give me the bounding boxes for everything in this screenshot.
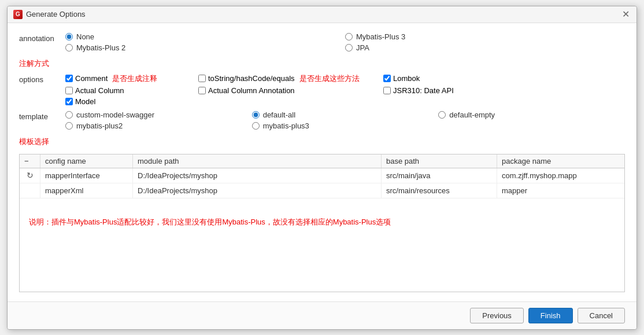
row-module-path-1: D:/IdeaProjects/myshop xyxy=(133,168,382,183)
col-package-name: package name xyxy=(497,154,624,168)
cancel-button[interactable]: Cancel xyxy=(578,308,625,323)
option-actual-column[interactable]: Actual Column xyxy=(65,86,198,95)
radio-default-empty-label: default-empty xyxy=(449,111,495,119)
row-package-name-1: com.zjff.myshop.mapp xyxy=(497,168,624,183)
dialog-title: Generate Options xyxy=(26,10,86,19)
dialog-icon: G xyxy=(13,10,23,19)
option-lombok-label: Lombok xyxy=(393,74,420,83)
annotation-label-cn: 注解方式 xyxy=(19,57,65,69)
row-base-path-2: src/main/resources xyxy=(382,183,497,198)
radio-mybatis-plus-2-label: Mybatis-Plus 2 xyxy=(76,43,125,52)
radio-mybatis-plus-2[interactable]: Mybatis-Plus 2 xyxy=(65,43,345,52)
template-label-cn: 模板选择 xyxy=(19,135,65,147)
generate-options-dialog: G Generate Options ✕ annotation None Myb… xyxy=(7,6,637,330)
option-model-label: Model xyxy=(75,97,95,106)
row-config-name-1: mapperInterface xyxy=(40,168,133,183)
annotation-label: annotation xyxy=(19,32,65,43)
table-row[interactable]: ↻ mapperInterface D:/IdeaProjects/myshop… xyxy=(20,168,624,183)
title-bar-left: G Generate Options xyxy=(13,10,86,19)
radio-mybatis-plus3[interactable]: mybatis-plus3 xyxy=(252,122,439,130)
option-jsr310-label: JSR310: Date API xyxy=(393,86,454,95)
option-actual-column-label: Actual Column xyxy=(75,86,124,95)
title-bar: G Generate Options ✕ xyxy=(8,6,636,23)
template-section: template custom-model-swagger default-al… xyxy=(19,111,625,130)
previous-button[interactable]: Previous xyxy=(470,308,524,323)
radio-default-empty[interactable]: default-empty xyxy=(438,111,625,119)
option-comment-hint: 是否生成注释 xyxy=(112,73,157,84)
option-jsr310[interactable]: JSR310: Date API xyxy=(383,86,625,95)
col-config-name: config name xyxy=(40,154,133,168)
table-body: ↻ mapperInterface D:/IdeaProjects/myshop… xyxy=(20,168,624,234)
row-base-path-1: src/main/java xyxy=(382,168,497,183)
finish-button[interactable]: Finish xyxy=(528,308,573,323)
option-actual-column-annotation[interactable]: Actual Column Annotation xyxy=(198,86,383,95)
table-note: 说明：插件与Mybatis-Plus适配比较好，我们这里没有使用Mybatis-… xyxy=(20,210,624,234)
col-module-path: module path xyxy=(133,154,382,168)
options-section: options Comment 是否生成注释 toString/hashCode… xyxy=(19,73,625,106)
close-button[interactable]: ✕ xyxy=(621,10,631,19)
radio-default-all[interactable]: default-all xyxy=(252,111,439,119)
option-tostring[interactable]: toString/hashCode/equals 是否生成这些方法 xyxy=(198,73,383,84)
config-table: − config name module path base path pack… xyxy=(19,154,625,292)
radio-custom-model-swagger[interactable]: custom-model-swagger xyxy=(65,111,252,119)
template-label: template xyxy=(19,111,65,121)
option-actual-column-annotation-label: Actual Column Annotation xyxy=(208,86,295,95)
option-tostring-hint: 是否生成这些方法 xyxy=(299,73,360,84)
radio-mybatis-plus3-label: mybatis-plus3 xyxy=(263,122,309,130)
radio-none-label: None xyxy=(76,32,94,41)
template-cn-row: 模板选择 xyxy=(19,135,625,147)
option-comment-label: Comment xyxy=(75,74,108,83)
radio-custom-model-swagger-label: custom-model-swagger xyxy=(76,111,154,119)
radio-jpa[interactable]: JPA xyxy=(345,43,625,52)
table-row[interactable]: mapperXml D:/IdeaProjects/myshop src/mai… xyxy=(20,183,624,198)
radio-default-all-label: default-all xyxy=(263,111,295,119)
annotation-cn-row: 注解方式 xyxy=(19,57,625,69)
row-module-path-2: D:/IdeaProjects/myshop xyxy=(133,183,382,198)
radio-mybatis-plus-3-label: Mybatis-Plus 3 xyxy=(356,32,405,41)
row-package-name-2: mapper xyxy=(497,183,624,198)
row-action-1[interactable]: ↻ xyxy=(20,168,40,183)
radio-mybatis-plus2-label: mybatis-plus2 xyxy=(76,122,123,130)
radio-mybatis-plus2[interactable]: mybatis-plus2 xyxy=(65,122,252,130)
option-comment[interactable]: Comment 是否生成注释 xyxy=(65,73,198,84)
table-header: − config name module path base path pack… xyxy=(20,154,624,168)
option-model[interactable]: Model xyxy=(65,97,198,106)
refresh-icon[interactable]: ↻ xyxy=(27,171,34,180)
radio-none[interactable]: None xyxy=(65,32,345,41)
radio-mybatis-plus-3[interactable]: Mybatis-Plus 3 xyxy=(345,32,625,41)
annotation-section: annotation None Mybatis-Plus 3 Mybatis-P… xyxy=(19,32,625,52)
col-base-path: base path xyxy=(382,154,497,168)
dialog-footer: Previous Finish Cancel xyxy=(8,301,636,329)
row-config-name-2: mapperXml xyxy=(40,183,133,198)
radio-jpa-label: JPA xyxy=(356,43,369,52)
col-action: − xyxy=(20,154,40,168)
dialog-content: annotation None Mybatis-Plus 3 Mybatis-P… xyxy=(8,23,636,301)
options-label: options xyxy=(19,73,65,84)
option-tostring-label: toString/hashCode/equals xyxy=(208,74,295,83)
option-lombok[interactable]: Lombok xyxy=(383,74,625,83)
row-action-2 xyxy=(20,183,40,198)
